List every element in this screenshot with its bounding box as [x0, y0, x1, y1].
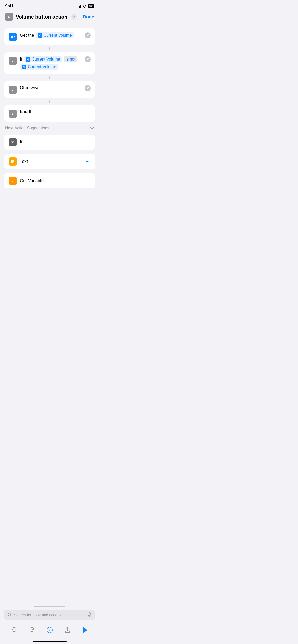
- if-suggestion-label: If: [20, 140, 80, 145]
- svg-rect-5: [27, 59, 28, 60]
- get-variable-suggestion-icon: x: [9, 177, 17, 185]
- if-condition-close-button[interactable]: ✕: [85, 56, 91, 62]
- status-time: 9:41: [5, 4, 14, 9]
- get-the-text: Get the: [20, 33, 34, 38]
- if-cv-token-text: Current Volume: [32, 57, 60, 62]
- svg-text:Y: Y: [11, 140, 14, 144]
- svg-rect-3: [39, 35, 39, 36]
- main-content: Get the Current Volume ✕ Y: [0, 24, 99, 235]
- svg-rect-2: [11, 36, 12, 38]
- otherwise-icon: Y: [9, 86, 17, 94]
- get-variable-suggestion-label: Get Variable: [20, 178, 80, 183]
- if-condition-card: Y If Current Volume is not: [4, 52, 95, 74]
- text-suggestion-item[interactable]: Text +: [4, 154, 95, 169]
- if-icon: Y: [9, 57, 17, 65]
- wifi-icon: [82, 5, 86, 8]
- get-volume-close-button[interactable]: ✕: [85, 32, 91, 38]
- page-title: Volume button action: [16, 14, 67, 20]
- token-volume-icon: [38, 33, 42, 38]
- if-current-volume-token[interactable]: Current Volume: [24, 56, 62, 62]
- otherwise-body: Otherwise: [20, 85, 82, 90]
- header-left: Volume button action: [5, 13, 77, 21]
- text-suggestion-label: Text: [20, 159, 80, 164]
- chevron-down-icon[interactable]: [71, 14, 77, 20]
- is-not-badge[interactable]: is not: [64, 56, 77, 62]
- svg-text:x: x: [11, 179, 13, 183]
- if-token-icon-2: [22, 65, 26, 69]
- if-current-volume-token-2[interactable]: Current Volume: [20, 64, 58, 70]
- get-volume-card: Get the Current Volume ✕: [4, 28, 95, 45]
- bottom-spacer: [4, 193, 95, 231]
- end-if-card: Y End If: [4, 105, 95, 122]
- svg-rect-10: [11, 160, 14, 161]
- if-suggestion-item[interactable]: Y If +: [4, 135, 95, 150]
- svg-text:Y: Y: [11, 112, 14, 116]
- svg-rect-11: [11, 161, 14, 162]
- if-text: If: [20, 57, 22, 62]
- get-variable-add-button[interactable]: +: [84, 177, 91, 184]
- if-token-icon: [26, 57, 30, 62]
- if-cv-token-text-2: Current Volume: [28, 65, 56, 69]
- endif-icon: Y: [9, 110, 17, 118]
- volume-icon: [9, 33, 17, 41]
- connector-3: [4, 100, 95, 103]
- if-suggestion-icon: Y: [9, 138, 17, 146]
- suggestions-chevron-icon[interactable]: [90, 127, 94, 129]
- svg-rect-6: [23, 66, 24, 67]
- if-add-button[interactable]: +: [84, 139, 91, 146]
- shortcuts-icon: [5, 13, 13, 21]
- current-volume-token-text: Current Volume: [44, 33, 72, 38]
- signal-bars-icon: [77, 5, 81, 8]
- get-volume-body: Get the Current Volume: [20, 32, 82, 38]
- battery-icon: 100: [88, 4, 94, 8]
- otherwise-text: Otherwise: [20, 85, 39, 90]
- get-variable-suggestion-item[interactable]: x Get Variable +: [4, 173, 95, 188]
- connector-1: [4, 47, 95, 50]
- text-add-button[interactable]: +: [84, 158, 91, 165]
- suggestions-header: Next Action Suggestions: [4, 124, 95, 133]
- status-bar: 9:41 100: [0, 0, 99, 11]
- connector-2: [4, 76, 95, 79]
- status-icons: 100: [77, 4, 94, 8]
- svg-text:Y: Y: [11, 88, 14, 92]
- if-condition-body: If Current Volume is not: [20, 56, 82, 70]
- text-suggestion-icon: [9, 157, 17, 166]
- end-if-text: End If: [20, 109, 31, 114]
- suggestions-title: Next Action Suggestions: [5, 126, 49, 130]
- current-volume-token[interactable]: Current Volume: [36, 32, 74, 38]
- svg-rect-12: [11, 162, 13, 163]
- otherwise-card: Y Otherwise ✕: [4, 81, 95, 98]
- end-if-body: End If: [20, 109, 91, 114]
- done-button[interactable]: Done: [83, 14, 94, 20]
- svg-text:Y: Y: [11, 59, 14, 63]
- otherwise-close-button[interactable]: ✕: [85, 85, 91, 91]
- header: Volume button action Done: [0, 11, 99, 24]
